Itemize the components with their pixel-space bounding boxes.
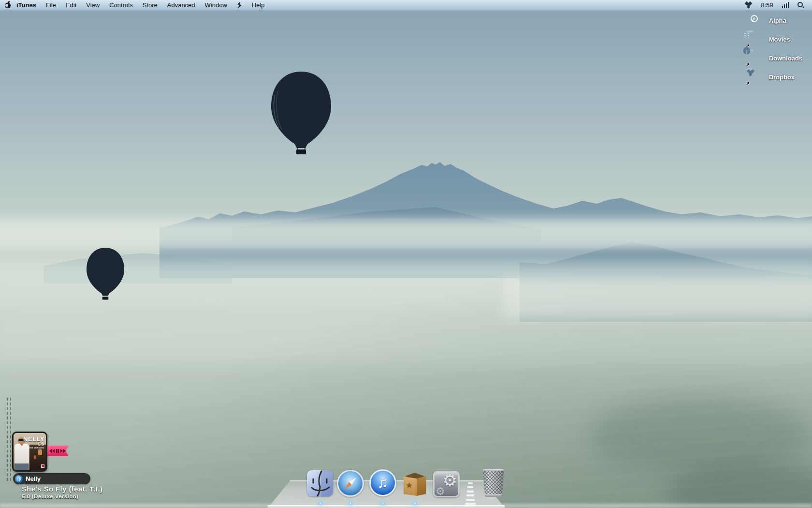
dropbox-folder-icon: ↗ xyxy=(747,70,763,85)
icon-label: Movies xyxy=(769,36,790,43)
fast-forward-button[interactable] xyxy=(60,449,66,453)
apple-menu[interactable] xyxy=(0,0,12,10)
track-title: She's So Fly (feat. T.I.) xyxy=(22,485,103,493)
desktop-icon-alpha[interactable]: Alpha xyxy=(747,13,802,28)
pause-button[interactable] xyxy=(56,449,59,453)
hot-air-balloon-small xyxy=(84,246,127,301)
now-playing-widget: NELLY 5.0 DELUXE VERSION @ Nelly She's S… xyxy=(0,394,126,508)
icon-label: Alpha xyxy=(769,17,786,24)
signal-menu-extra[interactable] xyxy=(779,0,793,10)
desktop-icon-downloads[interactable]: ↓ ↗ Downloads xyxy=(747,51,802,66)
finder-icon xyxy=(307,470,333,496)
time-machine-drive-icon xyxy=(747,13,763,28)
perforation-line xyxy=(7,398,8,481)
dock-shelf-front xyxy=(268,505,505,508)
running-indicator-boxcar xyxy=(413,502,418,505)
icon-label: Downloads xyxy=(769,55,802,62)
safari-compass-icon xyxy=(337,470,364,497)
menu-file[interactable]: File xyxy=(41,0,61,10)
dock-separator-crosswalk xyxy=(464,482,477,505)
desktop-icon-movies[interactable]: ↗ Movies xyxy=(747,32,802,47)
advisory-badge xyxy=(41,464,44,468)
artist-name: Nelly xyxy=(26,475,41,482)
spotlight-search-icon xyxy=(798,2,804,8)
running-indicator-finder xyxy=(318,502,323,505)
desktop-icon-dropbox[interactable]: ↗ Dropbox xyxy=(747,70,802,85)
album-title: 5.0 (Deluxe Version) xyxy=(22,493,78,499)
dock-trash[interactable] xyxy=(482,469,506,498)
dropbox-menu-extra[interactable] xyxy=(741,0,755,10)
menu-view[interactable]: View xyxy=(81,0,104,10)
spotlight-menu-extra[interactable] xyxy=(794,0,807,10)
alias-arrow-icon: ↗ xyxy=(746,81,750,86)
music-note-icon: ♫ xyxy=(377,476,389,490)
icon-label: Dropbox xyxy=(769,74,795,81)
dock-safari[interactable] xyxy=(337,470,364,497)
running-indicator-itunes xyxy=(380,502,385,505)
dropbox-icon xyxy=(745,2,752,8)
playback-ribbon xyxy=(47,446,69,456)
script-menu[interactable] xyxy=(232,0,247,10)
dock-finder[interactable] xyxy=(307,470,334,497)
movies-folder-icon: ↗ xyxy=(747,32,763,47)
downloads-folder-icon: ↓ ↗ xyxy=(747,51,763,66)
menu-itunes[interactable]: iTunes xyxy=(12,0,41,10)
menu-clock[interactable]: 8:59 xyxy=(757,0,776,10)
rewind-button[interactable] xyxy=(49,449,55,453)
artist-pill: @ Nelly xyxy=(13,473,90,484)
album-art-caption: DELUXE VERSION xyxy=(24,447,44,449)
itunes-icon: ♫ xyxy=(369,469,396,496)
lightning-bolt-icon xyxy=(237,1,242,9)
menu-advanced[interactable]: Advanced xyxy=(162,0,200,10)
at-badge-icon: @ xyxy=(15,475,23,483)
star-icon: ★ xyxy=(406,480,413,491)
alias-arrow-icon: ↗ xyxy=(746,62,750,67)
cardboard-box-icon: ★ xyxy=(402,471,428,497)
desktop-icon-column: Alpha ↗ Movies ↓ ↗ Downloads ↗ Dropbox xyxy=(747,13,802,85)
menu-bar: iTunes File Edit View Controls Store Adv… xyxy=(0,0,812,10)
trash-basket-icon xyxy=(482,469,505,497)
menu-edit[interactable]: Edit xyxy=(61,0,81,10)
menu-controls[interactable]: Controls xyxy=(104,0,137,10)
dock-boxcar[interactable]: ★ xyxy=(402,471,429,498)
menu-help[interactable]: Help xyxy=(247,0,270,10)
gears-icon: ⚙ ⚙ xyxy=(433,471,460,497)
dock-system-preferences[interactable]: ⚙ ⚙ xyxy=(433,471,460,498)
album-art-subtitle: 5.0 xyxy=(38,442,44,447)
hot-air-balloon-large xyxy=(267,71,335,156)
dock-itunes[interactable]: ♫ xyxy=(369,469,396,496)
album-art[interactable]: NELLY 5.0 DELUXE VERSION xyxy=(12,432,47,472)
menu-window[interactable]: Window xyxy=(200,0,232,10)
apple-logo-icon xyxy=(5,1,7,8)
desktop: iTunes File Edit View Controls Store Adv… xyxy=(0,0,812,508)
running-indicator-safari xyxy=(348,502,353,505)
menu-store[interactable]: Store xyxy=(138,0,162,10)
dock: ♫ ★ ⚙ ⚙ xyxy=(261,467,508,508)
perforation-line xyxy=(10,398,11,481)
signal-bars-icon xyxy=(782,2,789,8)
